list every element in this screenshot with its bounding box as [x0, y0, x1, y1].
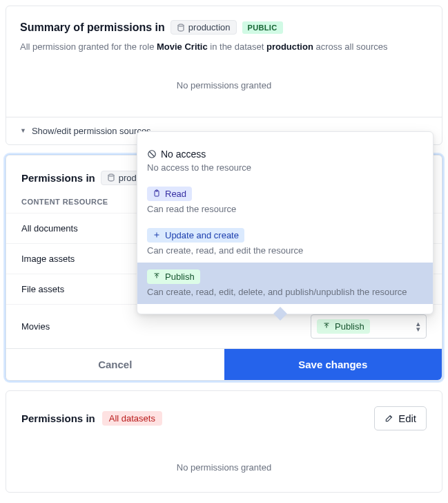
public-badge: PUBLIC: [242, 21, 283, 34]
publish-icon: [153, 272, 161, 281]
permissions-title: Permissions in: [21, 172, 95, 184]
option-publish[interactable]: Publish Can create, read, edit, delete, …: [137, 263, 433, 304]
summary-title: Summary of permissions in: [20, 21, 165, 34]
option-update[interactable]: Update and create Can create, read, and …: [137, 221, 433, 263]
chevron-updown-icon: ▴▾: [416, 321, 420, 332]
permissions-edit-panel: Permissions in production CONTENT RESOUR…: [6, 155, 442, 381]
actions-row: Cancel Save changes: [6, 348, 442, 380]
save-button[interactable]: Save changes: [224, 349, 442, 380]
cancel-button[interactable]: Cancel: [6, 349, 224, 380]
database-icon: [107, 173, 115, 182]
database-icon: [177, 23, 185, 32]
edit-button[interactable]: Edit: [374, 406, 427, 430]
option-noaccess[interactable]: No access No access to the resource: [137, 142, 433, 180]
summary-empty: No permissions granted: [20, 54, 428, 110]
publish-icon: [322, 322, 331, 330]
pencil-icon: [384, 413, 394, 423]
svg-point-1: [108, 174, 114, 176]
resource-label: Movies: [21, 321, 50, 332]
permissions-global-panel: Permissions in All datasets Edit No perm…: [6, 390, 442, 493]
clipboard-icon: [153, 189, 161, 198]
chevron-down-icon: ▼: [20, 127, 26, 134]
resource-label: All documents: [21, 223, 78, 234]
global-empty: No permissions granted: [6, 436, 442, 492]
permission-dropdown: No access No access to the resource Read…: [137, 131, 434, 314]
plus-icon: [153, 231, 161, 239]
permission-select[interactable]: Publish ▴▾: [311, 314, 427, 339]
all-datasets-badge: All datasets: [102, 411, 162, 426]
summary-subtext: All permission granted for the role Movi…: [20, 40, 428, 54]
option-read[interactable]: Read Can read the resource: [137, 180, 433, 221]
dataset-chip: production: [171, 20, 237, 35]
resource-label: File assets: [21, 284, 64, 294]
ban-icon: [147, 149, 157, 159]
summary-panel: Summary of permissions in production PUB…: [6, 6, 442, 145]
resource-label: Image assets: [21, 254, 75, 264]
permissions-title: Permissions in: [21, 412, 95, 424]
svg-point-0: [178, 24, 184, 26]
